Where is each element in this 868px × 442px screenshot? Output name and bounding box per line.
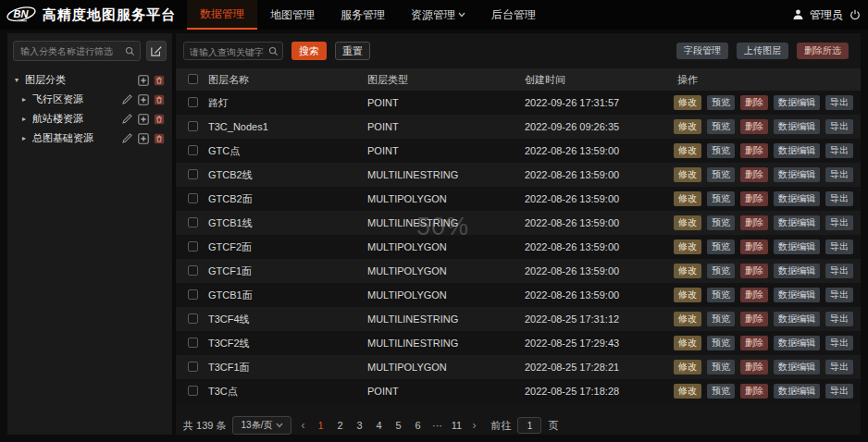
prev-page-icon[interactable]: ‹ <box>298 419 307 432</box>
delete-selected-button[interactable]: 删除所选 <box>797 43 849 59</box>
add-plus-icon[interactable] <box>137 74 149 86</box>
row-checkbox[interactable] <box>188 169 198 179</box>
delete-trash-icon[interactable] <box>153 93 165 105</box>
data-edit-button[interactable]: 数据编辑 <box>774 360 820 374</box>
upload-layer-button[interactable]: 上传图层 <box>737 43 788 59</box>
row-checkbox[interactable] <box>188 241 198 252</box>
category-filter-input[interactable] <box>14 43 140 61</box>
export-button[interactable]: 导出 <box>825 336 853 350</box>
page-number[interactable]: 4 <box>372 420 385 431</box>
row-checkbox[interactable] <box>188 121 198 131</box>
delete-button[interactable]: 删除 <box>740 119 768 134</box>
export-button[interactable]: 导出 <box>825 119 853 134</box>
field-management-button[interactable]: 字段管理 <box>676 43 728 59</box>
export-button[interactable]: 导出 <box>825 312 853 326</box>
export-button[interactable]: 导出 <box>825 360 853 374</box>
modify-button[interactable]: 修改 <box>674 119 701 134</box>
modify-button[interactable]: 修改 <box>674 215 701 230</box>
page-number[interactable]: 6 <box>411 420 424 431</box>
data-edit-button[interactable]: 数据编辑 <box>774 312 820 326</box>
delete-button[interactable]: 删除 <box>740 167 768 182</box>
delete-trash-icon[interactable] <box>153 113 165 125</box>
modify-button[interactable]: 修改 <box>674 95 701 110</box>
nav-tab[interactable]: 后台管理 <box>478 0 549 30</box>
tree-item[interactable]: ▸ 飞行区资源 <box>13 90 167 109</box>
export-button[interactable]: 导出 <box>825 95 853 110</box>
modify-button[interactable]: 修改 <box>674 336 701 350</box>
preview-button[interactable]: 预览 <box>707 143 735 158</box>
delete-button[interactable]: 删除 <box>740 95 768 110</box>
preview-button[interactable]: 预览 <box>707 360 735 374</box>
preview-button[interactable]: 预览 <box>707 336 735 350</box>
preview-button[interactable]: 预览 <box>707 191 735 206</box>
page-number[interactable]: 1 <box>314 420 327 431</box>
row-checkbox[interactable] <box>188 313 198 324</box>
add-plus-icon[interactable] <box>137 113 149 125</box>
preview-button[interactable]: 预览 <box>707 167 735 182</box>
row-checkbox[interactable] <box>188 338 198 348</box>
row-checkbox[interactable] <box>188 362 198 372</box>
preview-button[interactable]: 预览 <box>707 264 735 278</box>
page-number[interactable]: 3 <box>353 420 366 431</box>
delete-button[interactable]: 删除 <box>740 384 768 399</box>
export-button[interactable]: 导出 <box>825 167 853 182</box>
nav-tab[interactable]: 资源管理 <box>398 0 478 30</box>
data-edit-button[interactable]: 数据编辑 <box>774 384 820 399</box>
delete-button[interactable]: 删除 <box>740 239 768 254</box>
modify-button[interactable]: 修改 <box>674 191 701 206</box>
search-button[interactable]: 搜索 <box>291 42 327 60</box>
delete-button[interactable]: 删除 <box>740 312 768 326</box>
logout-power-icon[interactable] <box>849 9 861 20</box>
next-page-icon[interactable]: › <box>469 419 478 432</box>
data-edit-button[interactable]: 数据编辑 <box>774 215 820 230</box>
export-button[interactable]: 导出 <box>825 215 853 230</box>
tree-expand-icon[interactable]: ▸ <box>22 95 32 104</box>
rename-pencil-icon[interactable] <box>121 132 133 144</box>
modify-button[interactable]: 修改 <box>674 288 701 302</box>
preview-button[interactable]: 预览 <box>707 288 735 302</box>
delete-button[interactable]: 删除 <box>740 191 768 206</box>
export-button[interactable]: 导出 <box>825 143 853 158</box>
export-button[interactable]: 导出 <box>825 288 853 302</box>
add-plus-icon[interactable] <box>137 132 149 144</box>
delete-trash-icon[interactable] <box>153 132 165 144</box>
tree-expand-icon[interactable]: ▸ <box>22 115 32 123</box>
modify-button[interactable]: 修改 <box>674 143 701 158</box>
edit-category-button[interactable] <box>146 41 167 61</box>
row-checkbox[interactable] <box>188 265 198 276</box>
delete-button[interactable]: 删除 <box>740 288 768 302</box>
data-edit-button[interactable]: 数据编辑 <box>774 288 820 302</box>
rename-pencil-icon[interactable] <box>121 113 133 125</box>
select-all-checkbox[interactable] <box>188 74 198 84</box>
add-plus-icon[interactable] <box>137 93 149 105</box>
data-edit-button[interactable]: 数据编辑 <box>774 336 820 350</box>
delete-button[interactable]: 删除 <box>740 336 768 350</box>
row-checkbox[interactable] <box>188 386 198 396</box>
user-name[interactable]: 管理员 <box>810 7 843 23</box>
nav-tab[interactable]: 地图管理 <box>257 0 328 30</box>
modify-button[interactable]: 修改 <box>674 264 701 278</box>
delete-button[interactable]: 删除 <box>740 264 768 278</box>
rename-pencil-icon[interactable] <box>121 93 133 105</box>
data-edit-button[interactable]: 数据编辑 <box>774 191 820 206</box>
export-button[interactable]: 导出 <box>825 384 853 399</box>
page-number[interactable]: 11 <box>450 420 463 431</box>
delete-button[interactable]: 删除 <box>740 360 768 374</box>
modify-button[interactable]: 修改 <box>674 312 701 326</box>
export-button[interactable]: 导出 <box>825 239 853 254</box>
reset-button[interactable]: 重置 <box>335 42 370 60</box>
tree-item[interactable]: ▸ 总图基础资源 <box>13 129 167 148</box>
goto-page-input[interactable] <box>517 417 541 434</box>
data-edit-button[interactable]: 数据编辑 <box>774 239 820 254</box>
page-number[interactable]: 5 <box>391 420 404 431</box>
row-checkbox[interactable] <box>188 97 198 107</box>
preview-button[interactable]: 预览 <box>707 239 735 254</box>
data-edit-button[interactable]: 数据编辑 <box>774 95 820 110</box>
row-checkbox[interactable] <box>188 289 198 300</box>
row-checkbox[interactable] <box>188 217 198 227</box>
delete-button[interactable]: 删除 <box>740 215 768 230</box>
page-size-select[interactable]: 13条/页 <box>232 416 291 435</box>
nav-tab[interactable]: 服务管理 <box>328 0 398 30</box>
page-number[interactable]: ··· <box>430 420 443 431</box>
page-number[interactable]: 2 <box>333 420 346 431</box>
